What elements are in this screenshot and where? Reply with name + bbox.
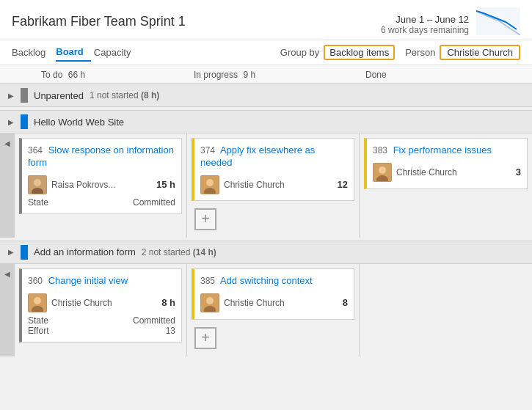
card-385-person: Christie Church bbox=[224, 298, 338, 308]
add-info-form-todo-col: 360 Change initial view C bbox=[15, 264, 186, 356]
app-container: Fabrikam Fiber Team Sprint 1 June 1 – Ju… bbox=[0, 0, 532, 410]
svg-point-14 bbox=[206, 297, 214, 304]
lane-hello-world-collapse[interactable]: ▶ bbox=[6, 117, 16, 127]
card-374-hours: 12 bbox=[338, 179, 348, 190]
sprint-dates: June 1 – June 12 bbox=[381, 14, 469, 25]
lane-hello-world: ▶ Hello World Web Site ◀ 364 Slow respon… bbox=[0, 110, 532, 238]
card-383-id: 383 bbox=[373, 145, 387, 155]
lane-hello-world-row-collapse[interactable]: ◀ bbox=[0, 133, 15, 238]
card-360-state-value: Committed bbox=[133, 315, 175, 326]
add-info-form-inprogress-add[interactable]: + bbox=[194, 327, 216, 349]
card-360-effort-value: 13 bbox=[166, 326, 175, 336]
card-383-hours: 3 bbox=[516, 166, 521, 177]
card-374-title: Apply fix elsewhere as needed bbox=[200, 144, 315, 168]
group-by-section: Group by Backlog items Person Christie C… bbox=[280, 45, 520, 60]
card-360-state-label: State bbox=[28, 315, 48, 326]
card-360[interactable]: 360 Change initial view C bbox=[19, 268, 182, 343]
card-385[interactable]: 385 Add switching context bbox=[192, 268, 354, 320]
lane-add-info-form: ▶ Add an information form 2 not started … bbox=[0, 241, 532, 356]
lane-unparented-color bbox=[21, 88, 28, 103]
board-content: ▶ Unparented 1 not started (8 h) ▶ Hello… bbox=[0, 84, 532, 410]
lane-unparented-status: 1 not started (8 h) bbox=[90, 90, 159, 100]
svg-point-8 bbox=[379, 166, 386, 174]
card-360-effort-label: Effort bbox=[28, 326, 48, 336]
lane-add-info-form-status: 2 not started (14 h) bbox=[142, 247, 216, 257]
card-364-person: Raisa Pokrovs... bbox=[51, 180, 152, 190]
nav-capacity[interactable]: Capacity bbox=[94, 44, 139, 61]
card-383-avatar bbox=[373, 163, 392, 182]
card-385-avatar bbox=[200, 293, 219, 312]
lane-unparented-header: ▶ Unparented 1 not started (8 h) bbox=[0, 84, 532, 107]
card-360-title: Change initial view bbox=[48, 275, 128, 286]
lane-add-info-form-header: ▶ Add an information form 2 not started … bbox=[0, 241, 532, 264]
card-364-state-label: State bbox=[28, 197, 48, 208]
header: Fabrikam Fiber Team Sprint 1 June 1 – Ju… bbox=[0, 0, 532, 40]
group-by-value[interactable]: Backlog items bbox=[324, 45, 395, 60]
card-360-person: Christie Church bbox=[51, 298, 157, 308]
add-info-form-inprogress-col: 385 Add switching context bbox=[187, 264, 359, 356]
card-385-hours: 8 bbox=[343, 297, 348, 308]
card-364-state-value: Committed bbox=[133, 197, 175, 208]
card-374[interactable]: 374 Apply fix elsewhere as needed bbox=[192, 138, 354, 201]
inprogress-hours: 9 h bbox=[243, 70, 255, 80]
nav-backlog[interactable]: Backlog bbox=[12, 44, 53, 61]
header-right: June 1 – June 12 6 work days remaining bbox=[381, 7, 520, 35]
lane-add-info-form-collapse[interactable]: ▶ bbox=[6, 247, 16, 257]
card-374-person: Christie Church bbox=[224, 180, 333, 190]
card-385-id: 385 bbox=[200, 276, 215, 286]
nav-bar: Backlog Board Capacity Group by Backlog … bbox=[0, 40, 532, 65]
add-info-form-done-col bbox=[360, 264, 532, 356]
columns-header: To do 66 h In progress 9 h Done bbox=[0, 65, 532, 84]
lane-add-info-form-name: Add an information form bbox=[34, 246, 136, 257]
card-383-title: Fix performance issues bbox=[393, 144, 492, 155]
card-383[interactable]: 383 Fix performance issues bbox=[364, 138, 528, 189]
card-374-id: 374 bbox=[200, 145, 215, 155]
nav-board[interactable]: Board bbox=[56, 43, 91, 62]
card-385-title: Add switching context bbox=[220, 275, 313, 286]
lane-add-info-form-rows: ◀ 360 Change initial view bbox=[0, 264, 532, 356]
card-360-id: 360 bbox=[28, 276, 43, 286]
svg-point-2 bbox=[34, 179, 41, 186]
card-374-avatar bbox=[200, 175, 219, 194]
card-364-id: 364 bbox=[28, 145, 43, 155]
person-label: Person bbox=[405, 47, 435, 58]
card-364-hours: 15 h bbox=[156, 179, 175, 190]
lane-add-info-form-row-collapse[interactable]: ◀ bbox=[0, 264, 15, 356]
burndown-chart bbox=[476, 7, 520, 35]
lane-hello-world-header: ▶ Hello World Web Site bbox=[0, 110, 532, 133]
lane-hello-world-rows: ◀ 364 Slow response on information form bbox=[0, 133, 532, 238]
hello-world-inprogress-col: 374 Apply fix elsewhere as needed bbox=[187, 133, 359, 238]
col-todo-header: To do 66 h bbox=[15, 70, 186, 80]
card-360-hours: 8 h bbox=[161, 297, 175, 308]
card-364-title: Slow response on information form bbox=[28, 144, 174, 168]
lane-add-info-form-color bbox=[21, 245, 28, 260]
card-364-avatar bbox=[28, 175, 47, 194]
sprint-info: June 1 – June 12 6 work days remaining bbox=[381, 14, 469, 35]
todo-hours: 66 h bbox=[68, 70, 85, 80]
person-value[interactable]: Christie Church bbox=[440, 45, 520, 60]
lane-unparented-collapse[interactable]: ▶ bbox=[6, 90, 16, 100]
lane-hello-world-name: Hello World Web Site bbox=[34, 117, 124, 128]
hello-world-done-col: 383 Fix performance issues bbox=[360, 133, 532, 238]
svg-point-11 bbox=[34, 297, 41, 304]
svg-point-5 bbox=[206, 179, 214, 186]
card-383-person: Christie Church bbox=[396, 167, 511, 177]
group-by-label: Group by bbox=[280, 47, 319, 58]
col-done-header: Done bbox=[358, 70, 532, 80]
hello-world-todo-col: 364 Slow response on information form bbox=[15, 133, 186, 238]
sprint-days: 6 work days remaining bbox=[381, 25, 469, 35]
card-360-avatar bbox=[28, 293, 47, 312]
hello-world-inprogress-add[interactable]: + bbox=[194, 208, 216, 230]
lane-unparented-name: Unparented bbox=[34, 90, 84, 101]
app-title: Fabrikam Fiber Team Sprint 1 bbox=[12, 14, 186, 29]
col-inprogress-header: In progress 9 h bbox=[186, 70, 358, 80]
card-364[interactable]: 364 Slow response on information form bbox=[19, 138, 182, 214]
lane-hello-world-color bbox=[21, 114, 28, 129]
lane-unparented: ▶ Unparented 1 not started (8 h) bbox=[0, 84, 532, 107]
